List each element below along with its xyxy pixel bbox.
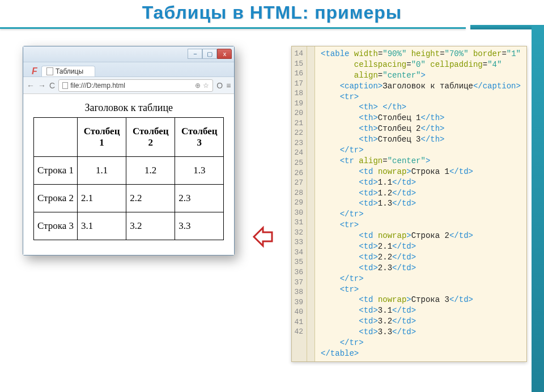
line-number: 39 xyxy=(294,297,303,308)
line-number: 22 xyxy=(294,128,303,138)
column-header: Столбец 3 xyxy=(175,118,224,157)
opera-icon[interactable]: O xyxy=(216,81,223,90)
table-row: Строка 22.12.22.3 xyxy=(34,185,224,212)
column-header xyxy=(34,118,78,157)
tab-label: Таблицы xyxy=(56,67,83,75)
line-number: 33 xyxy=(294,237,303,248)
window-minimize-button[interactable]: − xyxy=(188,49,202,59)
fold-column xyxy=(307,46,315,361)
line-number: 31 xyxy=(294,218,303,228)
line-number: 27 xyxy=(294,178,303,188)
page-icon xyxy=(46,67,53,75)
line-number: 16 xyxy=(294,69,303,79)
line-number: 23 xyxy=(294,138,303,148)
table-row: Строка 11.11.21.3 xyxy=(34,157,224,185)
line-number: 29 xyxy=(294,198,303,208)
line-number: 35 xyxy=(294,257,303,267)
example-table: Столбец 1Столбец 2Столбец 3 Строка 11.11… xyxy=(33,117,224,240)
window-titlebar: − ▢ x xyxy=(23,46,234,62)
address-bar[interactable]: file:///D:/temp.html ⊕ ☆ xyxy=(58,79,213,92)
table-cell: 2.3 xyxy=(175,185,224,212)
table-cell: 3.2 xyxy=(126,212,175,240)
line-number: 36 xyxy=(294,267,303,278)
table-row: Строка 33.13.23.3 xyxy=(34,212,224,240)
back-button[interactable]: ← xyxy=(27,81,35,90)
line-number: 14 xyxy=(294,49,303,59)
table-cell: 3.1 xyxy=(78,212,126,240)
zoom-icon[interactable]: ⊕ xyxy=(195,82,201,90)
code-body: <table width="90%" height="70%" border="… xyxy=(315,46,526,361)
column-header: Столбец 1 xyxy=(78,118,126,157)
table-cell: 1.1 xyxy=(78,157,126,185)
menu-icon[interactable]: ≡ xyxy=(226,81,231,90)
line-number: 42 xyxy=(294,327,303,337)
row-label: Строка 2 xyxy=(34,185,78,212)
window-maximize-button[interactable]: ▢ xyxy=(202,49,217,59)
arrow-left-icon xyxy=(252,225,274,250)
url-text: file:///D:/temp.html xyxy=(70,82,125,90)
line-number: 26 xyxy=(294,168,303,178)
line-number: 19 xyxy=(294,99,303,109)
line-number: 34 xyxy=(294,248,303,258)
table-cell: 1.3 xyxy=(175,157,224,185)
tab-strip: F Таблицы xyxy=(23,62,234,77)
line-number: 15 xyxy=(294,59,303,69)
reload-button[interactable]: C xyxy=(49,81,55,90)
line-number: 38 xyxy=(294,287,303,297)
column-header: Столбец 2 xyxy=(126,118,175,157)
line-number: 20 xyxy=(294,108,303,118)
table-cell: 3.3 xyxy=(175,212,224,240)
rendered-page: Заголовок к таблице Столбец 1Столбец 2Ст… xyxy=(23,94,234,255)
slide-title: Таблицы в HTML: примеры xyxy=(0,0,544,29)
browser-window: − ▢ x F Таблицы ← → C file:///D:/temp.ht… xyxy=(23,46,235,255)
browser-logo-icon: F xyxy=(28,66,41,76)
table-cell: 2.1 xyxy=(78,185,126,212)
row-label: Строка 3 xyxy=(34,212,78,240)
corner-right-deco xyxy=(532,26,544,392)
code-editor: 1415161718192021222324252627282930313233… xyxy=(291,46,527,362)
line-number: 21 xyxy=(294,118,303,129)
line-number: 25 xyxy=(294,158,303,168)
line-number: 18 xyxy=(294,88,303,99)
line-number: 32 xyxy=(294,228,303,238)
line-number: 17 xyxy=(294,79,303,89)
line-number: 40 xyxy=(294,307,303,317)
toolbar: ← → C file:///D:/temp.html ⊕ ☆ O ≡ xyxy=(23,77,234,94)
line-number: 37 xyxy=(294,278,303,288)
title-underline xyxy=(0,27,466,29)
line-number: 41 xyxy=(294,317,303,327)
table-cell: 2.2 xyxy=(126,185,175,212)
line-number: 28 xyxy=(294,188,303,198)
window-close-button[interactable]: x xyxy=(217,49,232,59)
row-label: Строка 1 xyxy=(34,157,78,185)
browser-tab[interactable]: Таблицы xyxy=(41,66,95,76)
line-number: 30 xyxy=(294,208,303,218)
line-number: 24 xyxy=(294,148,303,158)
forward-button[interactable]: → xyxy=(38,81,46,90)
table-cell: 1.2 xyxy=(126,157,175,185)
document-icon xyxy=(62,82,68,89)
line-number-gutter: 1415161718192021222324252627282930313233… xyxy=(292,46,307,361)
table-caption: Заголовок к таблице xyxy=(33,102,224,114)
bookmark-star-icon[interactable]: ☆ xyxy=(203,82,209,90)
